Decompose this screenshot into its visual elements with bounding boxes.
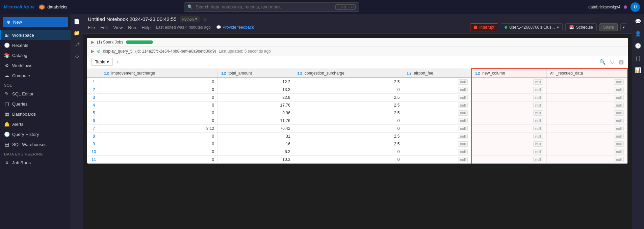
table-cell: null: [403, 94, 471, 102]
new-label: New: [13, 20, 22, 25]
interrupt-button[interactable]: Interrupt: [470, 23, 498, 31]
sidebar-item-sql-editor[interactable]: ✎ SQL Editor: [0, 89, 71, 99]
null-badge: null: [458, 95, 468, 100]
table-cell: null: [403, 148, 471, 156]
cluster-selector[interactable]: User1-42608766's Clus... ▾: [501, 23, 563, 31]
sidebar-item-workspace[interactable]: ⊞ Workspace: [0, 30, 71, 40]
sidebar-item-label: Recents: [12, 43, 28, 48]
table-cell: 8: [87, 133, 101, 140]
sidebar-item-catalog[interactable]: 📚 Catalog: [0, 50, 71, 60]
dashboards-icon: ▦: [4, 111, 9, 117]
table-cell: null: [546, 117, 627, 125]
table-cell: 16: [218, 140, 294, 148]
col-header-airport-fee[interactable]: 1.2 airport_fee: [403, 68, 471, 78]
col-header-congestion-surcharge[interactable]: 1.2 congestion_surcharge: [294, 68, 403, 78]
sidebar-item-queries[interactable]: ◫ Queries: [0, 99, 71, 109]
stop-icon: [474, 26, 477, 29]
diamond-icon[interactable]: [624, 5, 627, 9]
provide-feedback-link[interactable]: 💬 Provide feedback: [216, 25, 254, 30]
share-button[interactable]: Share: [599, 23, 618, 31]
history-panel-icon[interactable]: 🕐: [634, 41, 643, 51]
table-cell: 6.3: [218, 148, 294, 156]
avatar[interactable]: U: [630, 2, 640, 12]
col-header-total-amount[interactable]: 1.2 total_amount: [218, 68, 294, 78]
add-view-button[interactable]: +: [115, 59, 121, 65]
null-badge: null: [533, 95, 543, 100]
sidebar-item-query-history[interactable]: 🕐 Query History: [0, 129, 71, 139]
col-header-new-column[interactable]: 1.2 new_column: [471, 68, 546, 78]
diamond-nav-icon[interactable]: ◇: [72, 51, 82, 61]
new-button[interactable]: ⊕ New: [3, 17, 68, 27]
expand-arrow[interactable]: ▶: [91, 40, 94, 45]
language-selector[interactable]: Python ▾: [180, 16, 200, 22]
table-cell: null: [403, 86, 471, 94]
col-header-improvement-surcharge[interactable]: 1.2 improvement_surcharge: [101, 68, 218, 78]
table-cell: 0: [294, 117, 403, 125]
table-cell: 0: [294, 125, 403, 133]
sql-section-label: SQL: [0, 81, 71, 89]
menu-help[interactable]: Help: [141, 25, 151, 30]
menu-view[interactable]: View: [113, 25, 123, 30]
columns-icon[interactable]: ▥: [619, 59, 624, 65]
sidebar-item-dashboards[interactable]: ▦ Dashboards: [0, 109, 71, 119]
table-row: 80312.5nullnullnull: [87, 133, 627, 140]
sidebar-item-sql-warehouses[interactable]: ▤ SQL Warehouses: [0, 139, 71, 149]
null-badge: null: [458, 79, 468, 85]
sidebar-item-compute[interactable]: ☁ Compute: [0, 70, 71, 81]
star-icon[interactable]: ☆: [203, 17, 207, 22]
table-cell: 11.76: [218, 117, 294, 125]
expand-arrow-2[interactable]: ▶: [91, 49, 94, 54]
code-panel-icon[interactable]: { }: [634, 53, 643, 63]
user-panel-icon[interactable]: 👤: [634, 29, 643, 38]
sidebar-item-recents[interactable]: 🕐 Recents: [0, 40, 71, 50]
table-row: 509.962.5nullnullnull: [87, 109, 627, 117]
table-cell: 0: [101, 148, 218, 156]
search-bar[interactable]: 🔍 CTRL + P: [184, 2, 359, 12]
null-badge: null: [614, 141, 624, 147]
menu-run[interactable]: Run: [128, 25, 136, 30]
table-cell: 0: [101, 94, 218, 102]
sidebar-item-job-runs[interactable]: ≡ Job Runs: [0, 158, 71, 168]
workflows-icon: ⚙: [4, 63, 9, 68]
table-row: 11010.30nullnullnull: [87, 156, 627, 164]
folder-icon[interactable]: 📁: [72, 28, 82, 38]
sidebar-item-label: SQL Editor: [12, 91, 33, 96]
col-name: improvement_surcharge: [111, 71, 155, 76]
query-status-icon: ⊙: [97, 49, 100, 54]
table-scroll-container[interactable]: 1.2 improvement_surcharge 1.2 total_amou…: [87, 68, 628, 164]
table-cell: 13.3: [218, 86, 294, 94]
null-badge: null: [614, 110, 624, 116]
expand-button[interactable]: ▾: [620, 23, 627, 31]
table-cell: null: [546, 133, 627, 140]
search-input[interactable]: [196, 4, 333, 9]
sidebar-item-workflows[interactable]: ⚙ Workflows: [0, 60, 71, 70]
table-label: Table: [95, 59, 105, 64]
table-cell: 6: [87, 117, 101, 125]
null-badge: null: [614, 79, 624, 85]
menu-file[interactable]: File: [88, 25, 95, 30]
filter-icon[interactable]: ⛉: [610, 59, 615, 65]
table-cell: null: [546, 102, 627, 109]
icon-bar: 📄 📁 ⎇ ◇: [71, 14, 83, 229]
null-badge: null: [458, 87, 468, 92]
null-badge: null: [458, 126, 468, 131]
graph-icon[interactable]: ⎇: [72, 40, 82, 49]
schedule-button[interactable]: 📅 Schedule: [565, 23, 597, 31]
menu-edit[interactable]: Edit: [100, 25, 108, 30]
right-panel: 💬 👤 🕐 { } 📊: [632, 14, 644, 229]
table-cell: null: [403, 156, 471, 164]
progress-bar: [126, 40, 153, 44]
search-table-icon[interactable]: 🔍: [599, 59, 606, 65]
table-cell: null: [471, 102, 546, 109]
chat-panel-icon[interactable]: 💬: [634, 17, 643, 26]
menu-items: File Edit View Run Help: [88, 25, 151, 30]
chart-panel-icon[interactable]: 📊: [634, 65, 643, 75]
notebook-icon[interactable]: 📄: [72, 17, 82, 26]
col-header-rescued-data[interactable]: Aᶜ _rescued_data: [546, 68, 627, 78]
table-view-button[interactable]: Table ▾: [91, 58, 113, 66]
query-history-icon: 🕐: [4, 132, 9, 137]
table-cell: null: [546, 78, 627, 86]
cell-output: ▶ (1) Spark Jobs ▶ ⊙ display_query_5 (id…: [87, 38, 628, 164]
notebook-header: Untitled Notebook 2024-07-23 00:42:55 Py…: [83, 14, 632, 34]
sidebar-item-alerts[interactable]: 🔔 Alerts: [0, 119, 71, 129]
